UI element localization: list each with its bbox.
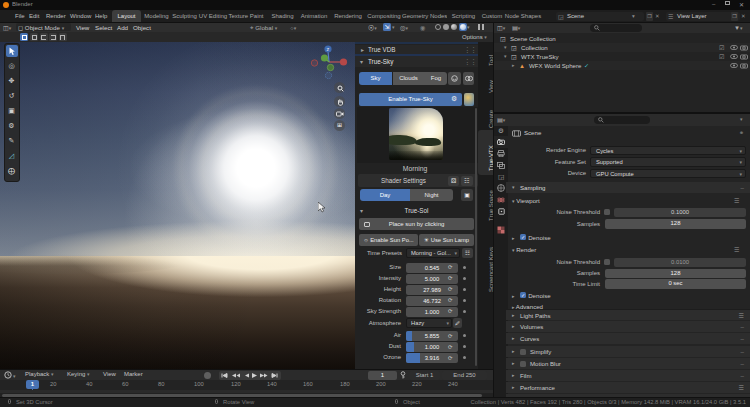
svg-text:z: z (327, 46, 330, 52)
